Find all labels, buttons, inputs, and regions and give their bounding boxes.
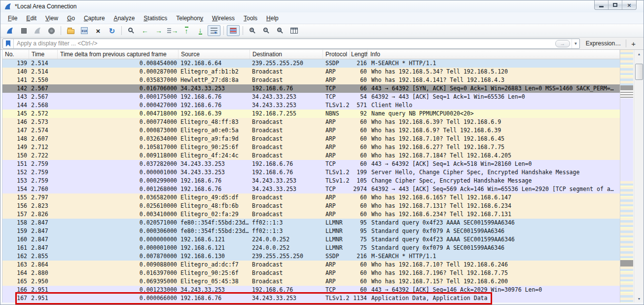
menu-analyze[interactable]: Analyze [109,13,140,24]
cell-length: 60 [350,143,368,152]
cell-delta: 0.037282000 [58,160,179,168]
scrollbar-up-button[interactable]: ▲ [634,50,644,58]
cell-destination: 192.168.6.76 [250,168,323,177]
capture-options-button[interactable] [45,25,58,36]
go-back-button[interactable]: ← [139,25,151,36]
start-capture-button[interactable] [3,25,16,36]
column-header-time[interactable]: Time [29,50,58,59]
packet-row-151[interactable]: 1512.7590.03728200034.243.33.253192.168.… [2,160,620,168]
go-first-button[interactable]: ↑ [180,25,193,36]
reload-file-button[interactable]: ↻ [106,25,118,36]
column-header-info[interactable]: Info [368,50,620,59]
packet-row-149[interactable]: 1492.7120.105817000Elitegro_90:25:6fBroa… [2,143,620,152]
column-header-destination[interactable]: Destination [250,50,323,59]
cell-no: 140 [2,68,29,76]
menu-go[interactable]: Go [63,13,79,24]
resize-columns-button[interactable] [287,25,300,36]
packet-row-152[interactable]: 1522.7590.00000100034.243.33.253192.168.… [2,168,620,177]
packet-row-155[interactable]: 1552.7970.036582000Elitegro_49:d5:dfBroa… [2,193,620,202]
packet-row-156[interactable]: 1562.8230.025610000Elitegro_48:fb:6bBroa… [2,202,620,210]
packet-row-144[interactable]: 1442.5680.000427000192.168.6.7634.243.33… [2,101,620,110]
packet-row-148[interactable]: 1482.6070.032634000Elitegro_a9:fa:9dBroa… [2,135,620,143]
cell-info: Server Hello, Change Cipher Spec, Encryp… [368,168,620,177]
packet-row-140[interactable]: 1402.5140.000287000Elitegro_af:b1:b2Broa… [2,68,620,76]
column-header-length[interactable]: Length [350,50,368,59]
packet-row-157[interactable]: 1572.8260.003410000Elitegro_02:fa:29Broa… [2,210,620,219]
scrollbar-thumb[interactable] [635,64,643,80]
zoom-in-button[interactable]: + [246,25,259,36]
column-header-no[interactable]: No. [2,50,29,59]
packet-row-160[interactable]: 1602.8470.000000000192.168.6.121224.0.0.… [2,235,620,244]
close-button[interactable]: × [622,0,636,9]
apply-filter-button[interactable]: → [555,40,570,47]
go-to-packet-button[interactable]: → [166,25,179,36]
packet-row-167[interactable]: 1672.9510.000066000192.168.6.7634.243.33… [2,294,620,303]
restart-capture-button[interactable] [31,25,44,36]
cell-info: 64392 → 443 [ACK] Seq=1 Ack=1 Win=65536 … [368,93,620,101]
cell-protocol: ARP [323,135,350,143]
cell-no: 144 [2,101,29,110]
maximize-button[interactable] [608,0,622,9]
cell-destination: Broadcast [250,126,323,135]
display-filter-input[interactable] [14,40,555,47]
intelligent-scrollbar-minimap[interactable] [620,50,633,303]
zoom-reset-button[interactable]: = [274,25,286,36]
menu-tools[interactable]: Tools [239,13,262,24]
scrollbar-down-button[interactable]: ▼ [634,295,644,303]
close-file-button[interactable]: × [92,25,105,36]
packet-row-150[interactable]: 1502.7220.009118000Elitegro_4f:24:4cBroa… [2,152,620,160]
column-header-delta[interactable]: Time delta from previous captured frame [58,50,179,59]
packet-row-143[interactable]: 1432.5670.000175000192.168.6.7634.243.33… [2,93,620,101]
packet-row-165[interactable]: 1652.9500.069395000Elitegro_05:45:38Broa… [2,277,620,286]
menu-capture[interactable]: Capture [79,13,109,24]
packet-row-163[interactable]: 1632.8640.009088000Elitegro_ad:dc:f7Broa… [2,261,620,269]
packet-row-146[interactable]: 1462.5730.000774000Elitegro_48:ff:83Broa… [2,118,620,126]
packet-row-162[interactable]: 1622.8550.007870000192.168.6.130239.255.… [2,252,620,261]
cell-no: 163 [2,261,29,269]
cell-length: 216 [350,252,368,261]
filter-dropdown-button[interactable]: ▼ [572,39,579,48]
packet-row-142[interactable]: 1422.5670.01670600034.243.33.253192.168.… [2,84,620,93]
packet-row-141[interactable]: 1412.5500.035837000HewlettP_27:d8:8aBroa… [2,76,620,84]
zoom-out-button[interactable]: − [260,25,273,36]
menu-telephony[interactable]: Telephony [172,13,208,24]
packet-row-166[interactable]: 1662.9510.00123300034.243.33.253192.168.… [2,286,620,294]
cell-protocol: ARP [323,152,350,160]
cell-no: 149 [2,143,29,152]
expression-button[interactable]: Expression… [586,40,621,47]
cell-delta: 0.105817000 [58,143,179,152]
menu-edit[interactable]: Edit [22,13,41,24]
cell-time: 2.574 [29,126,58,135]
colorize-packets-button[interactable] [227,25,240,36]
packet-row-145[interactable]: 1452.5720.004718000192.168.6.39192.168.7… [2,110,620,118]
bookmark-icon [6,40,10,47]
filter-bookmark-button[interactable] [3,39,14,48]
packet-row-147[interactable]: 1472.5740.000873000Elitegro_a0:e0:5aBroa… [2,126,620,135]
packet-row-161[interactable]: 1612.8470.000001000192.168.6.121224.0.0.… [2,244,620,252]
column-header-protocol[interactable]: Protocol [323,50,350,59]
find-packet-button[interactable] [125,25,138,36]
add-filter-button[interactable]: + [626,39,641,48]
packet-row-159[interactable]: 1592.8470.000306000fe80::354f:55bd:23d…f… [2,227,620,235]
menu-statistics[interactable]: Statistics [139,13,172,24]
menu-help[interactable]: Help [262,13,283,24]
packet-row-153[interactable]: 1532.7590.000299000192.168.6.7634.243.33… [2,177,620,185]
save-file-button[interactable]: 010 [78,25,91,36]
packet-row-164[interactable]: 1642.8800.016397000Elitegro_90:25:6fBroa… [2,269,620,277]
auto-scroll-button[interactable] [208,25,220,36]
menu-view[interactable]: View [41,13,63,24]
cell-no: 162 [2,252,29,261]
menu-wireless[interactable]: Wireless [208,13,239,24]
cell-delta: 0.003410000 [58,210,179,219]
packet-row-154[interactable]: 1542.7600.001268000192.168.6.7634.243.33… [2,185,620,193]
minimize-button[interactable] [595,0,608,9]
packet-row-158[interactable]: 1582.8470.020571000fe80::354f:55bd:23d…f… [2,219,620,227]
open-file-button[interactable] [64,25,77,36]
go-last-button[interactable]: ↓ [194,25,207,36]
menu-file[interactable]: File [3,13,22,24]
stop-capture-button[interactable] [17,25,30,36]
packet-row-139[interactable]: 1392.5140.008454000192.168.6.64239.255.2… [2,59,620,68]
go-forward-button[interactable]: → [152,25,165,36]
column-header-source[interactable]: Source [179,50,250,59]
cell-info: Client Hello [368,101,620,110]
